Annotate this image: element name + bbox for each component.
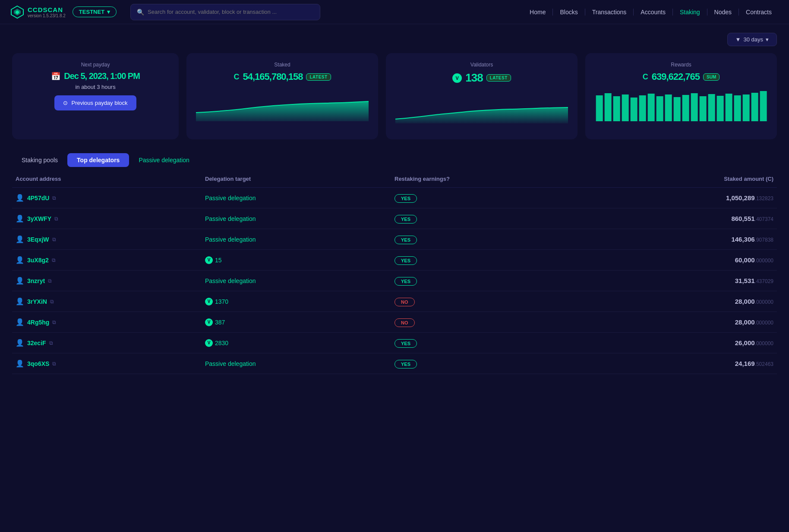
- staked-decimal: .502463: [755, 361, 773, 367]
- restaking-yes-badge: YES: [394, 360, 417, 368]
- validators-value: 138: [465, 71, 483, 85]
- prev-payday-button[interactable]: ⊙ Previous payday block: [54, 95, 136, 110]
- validator-id-link[interactable]: 1370: [215, 298, 228, 305]
- account-icon: 👤: [16, 194, 24, 202]
- copy-icon[interactable]: ⧉: [52, 236, 56, 242]
- account-cell: 👤 3yXWFY ⧉: [16, 214, 205, 223]
- account-icon: 👤: [16, 359, 24, 368]
- nav-accounts[interactable]: Accounts: [634, 9, 673, 16]
- next-payday-label: Next payday: [22, 62, 169, 68]
- svg-rect-20: [743, 94, 750, 121]
- restaking-no-badge: NO: [394, 318, 415, 327]
- copy-icon[interactable]: ⧉: [52, 257, 56, 263]
- nav-contracts[interactable]: Contracts: [739, 9, 779, 16]
- nav-staking[interactable]: Staking: [673, 9, 707, 16]
- validators-label: Validators: [395, 62, 568, 68]
- passive-delegation-link[interactable]: Passive delegation: [205, 236, 256, 243]
- copy-icon[interactable]: ⧉: [52, 319, 56, 325]
- svg-rect-3: [596, 95, 603, 121]
- col-staked: Staked amount (C): [584, 176, 773, 182]
- table-row: 👤 3EqxjW ⧉ Passive delegationYES146,306.…: [12, 229, 777, 250]
- svg-rect-16: [708, 94, 715, 121]
- tab-passive-delegation[interactable]: Passive delegation: [129, 153, 199, 167]
- account-address[interactable]: 4P57dU: [27, 195, 49, 201]
- account-cell: 👤 3uX8g2 ⧉: [16, 256, 205, 264]
- prev-payday-btn-label: Previous payday block: [71, 100, 127, 106]
- validator-badge-icon: V: [205, 318, 213, 326]
- copy-icon[interactable]: ⧉: [52, 361, 56, 367]
- validator-id-link[interactable]: 387: [215, 319, 225, 326]
- account-address[interactable]: 32eciF: [27, 340, 46, 346]
- delegation-target-cell: Passive delegation: [205, 360, 394, 367]
- svg-rect-6: [622, 94, 629, 121]
- delegators-table: 👤 4P57dU ⧉ Passive delegationYES1,050,28…: [12, 188, 777, 374]
- copy-icon[interactable]: ⧉: [49, 340, 53, 346]
- restaking-cell: YES: [394, 215, 584, 222]
- logo-name: CCDSCAN: [28, 6, 66, 13]
- account-address[interactable]: 4Rg5hg: [27, 319, 49, 326]
- svg-rect-22: [760, 91, 767, 121]
- search-input[interactable]: [148, 9, 314, 15]
- nav-transactions[interactable]: Transactions: [585, 9, 634, 16]
- restaking-cell: YES: [394, 340, 584, 346]
- table-row: 👤 3uX8g2 ⧉ V 15 YES60,000.000000: [12, 250, 777, 271]
- passive-delegation-link[interactable]: Passive delegation: [205, 360, 256, 367]
- staked-value: 54,165,780,158: [243, 71, 303, 82]
- rewards-badge: SUM: [703, 73, 720, 81]
- logo-icon: [10, 5, 24, 19]
- restaking-cell: YES: [394, 236, 584, 243]
- account-address[interactable]: 3yXWFY: [27, 215, 51, 222]
- network-badge[interactable]: TESTNET ▾: [73, 6, 117, 17]
- table-row: 👤 4P57dU ⧉ Passive delegationYES1,050,28…: [12, 188, 777, 208]
- delegation-target-cell: Passive delegation: [205, 215, 394, 222]
- nav-nodes[interactable]: Nodes: [707, 9, 739, 16]
- delegation-target-cell: Passive delegation: [205, 195, 394, 201]
- account-address[interactable]: 3rYXiN: [27, 298, 47, 305]
- account-icon: 👤: [16, 297, 24, 305]
- account-cell: 👤 4Rg5hg ⧉: [16, 318, 205, 326]
- account-address[interactable]: 3nzryt: [27, 277, 45, 284]
- staked-badge: LATEST: [306, 73, 331, 81]
- next-payday-card: Next payday 📅 Dec 5, 2023, 1:00 PM in ab…: [12, 53, 179, 139]
- passive-delegation-link[interactable]: Passive delegation: [205, 277, 256, 284]
- account-cell: 👤 3nzryt ⧉: [16, 277, 205, 285]
- restaking-cell: YES: [394, 277, 584, 284]
- chevron-down-icon: ▾: [766, 36, 769, 43]
- account-address[interactable]: 3qo6XS: [27, 360, 49, 367]
- account-icon: 👤: [16, 256, 24, 264]
- validator-id-link[interactable]: 15: [215, 257, 222, 264]
- staked-main: 1,050,289: [726, 194, 755, 201]
- validator-ref: V 2830: [205, 339, 394, 347]
- account-cell: 👤 3rYXiN ⧉: [16, 297, 205, 305]
- validator-id-link[interactable]: 2830: [215, 340, 228, 346]
- copy-icon[interactable]: ⧉: [54, 216, 58, 222]
- tab-staking-pools[interactable]: Staking pools: [12, 153, 67, 167]
- copy-icon[interactable]: ⧉: [50, 299, 54, 305]
- nav-home[interactable]: Home: [523, 9, 553, 16]
- passive-delegation-link[interactable]: Passive delegation: [205, 195, 256, 201]
- copy-icon[interactable]: ⧉: [52, 195, 56, 201]
- search-bar: 🔍: [130, 4, 320, 20]
- delegation-target-cell: V 387: [205, 318, 394, 326]
- account-address[interactable]: 3uX8g2: [27, 257, 49, 264]
- validator-ref: V 1370: [205, 298, 394, 305]
- tab-top-delegators[interactable]: Top delegators: [67, 153, 129, 167]
- filter-button[interactable]: ▼ 30 days ▾: [727, 33, 777, 46]
- restaking-yes-badge: YES: [394, 194, 417, 203]
- block-icon: ⊙: [63, 100, 68, 106]
- validator-badge-icon: V: [205, 256, 213, 264]
- chevron-down-icon: ▾: [107, 9, 110, 15]
- validators-chart: [395, 89, 568, 123]
- passive-delegation-link[interactable]: Passive delegation: [205, 215, 256, 222]
- staked-main: 860,551: [731, 215, 754, 222]
- col-account: Account address: [16, 176, 205, 182]
- next-payday-sub: in about 3 hours: [22, 84, 169, 90]
- validator-ref: V 15: [205, 256, 394, 264]
- staked-decimal: .000000: [755, 340, 773, 346]
- copy-icon[interactable]: ⧉: [48, 278, 52, 284]
- nav-blocks[interactable]: Blocks: [553, 9, 585, 16]
- logo-version: version 1.5.23/1.8.2: [28, 13, 66, 18]
- account-address[interactable]: 3EqxjW: [27, 236, 49, 243]
- staked-main: 28,000: [735, 298, 755, 305]
- account-icon: 👤: [16, 318, 24, 326]
